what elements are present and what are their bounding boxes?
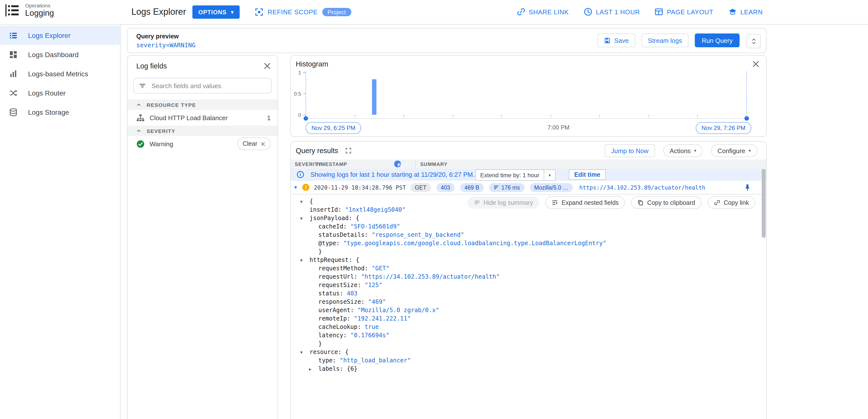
json-colon: : xyxy=(365,265,372,272)
copy-to-clipboard-button[interactable]: Copy to clipboard xyxy=(631,197,702,209)
log-fields-section-severity[interactable]: SEVERITY xyxy=(127,125,278,136)
topbar-action-page-layout[interactable]: PAGE LAYOUT xyxy=(655,7,713,16)
json-line: requestUrl: "https://34.102.253.89/actua… xyxy=(291,273,766,281)
expander-closed-icon[interactable]: ▸ xyxy=(309,365,311,373)
fullscreen-icon[interactable] xyxy=(345,147,352,154)
entry-chips: GET403469 B176 msMozilla/5.0 … xyxy=(410,183,573,192)
histogram-bar[interactable] xyxy=(372,79,376,115)
collapse-entry-icon[interactable]: ▾ xyxy=(294,184,301,190)
actions-button[interactable]: Actions ▾ xyxy=(663,144,703,157)
entry-chip-176-ms[interactable]: 176 ms xyxy=(489,183,524,192)
json-key: cacheLookup xyxy=(318,324,358,330)
log-field-item-cloud-http-load-balancer[interactable]: Cloud HTTP Load Balancer1 xyxy=(127,110,278,125)
brand[interactable]: Operations Logging xyxy=(5,2,54,18)
stream-logs-button[interactable]: Stream logs xyxy=(642,33,689,47)
expand-nested-fields-button[interactable]: Expand nested fields xyxy=(545,197,625,209)
pin-icon[interactable] xyxy=(744,183,751,191)
refine-scope-button[interactable]: REFINE SCOPE Project xyxy=(255,5,351,19)
configure-button[interactable]: Configure ▾ xyxy=(711,144,757,157)
topbar-action-label: LAST 1 HOUR xyxy=(596,8,640,16)
json-line: } xyxy=(291,340,766,348)
timeline-tick xyxy=(649,114,649,117)
range-start-label[interactable]: Nov 29, 6:25 PM xyxy=(306,122,362,134)
json-line: ▾httpRequest: { xyxy=(291,256,766,264)
brand-product-name: Operations xyxy=(25,2,54,8)
json-key: insertId xyxy=(310,206,338,213)
summary-icon xyxy=(474,200,480,206)
query-editor-expand-button[interactable] xyxy=(746,34,761,48)
json-key: labels xyxy=(318,365,340,372)
json-value: 403 xyxy=(347,290,358,297)
entry-chip-469-b[interactable]: 469 B xyxy=(460,183,484,192)
json-key: jsonPayload xyxy=(310,215,349,221)
copy-link-button[interactable]: Copy link xyxy=(707,197,755,209)
expander-open-icon[interactable]: ▾ xyxy=(300,198,303,206)
json-key: cacheId xyxy=(318,223,343,230)
run-query-button[interactable]: Run Query xyxy=(695,33,740,47)
logs-explorer-icon xyxy=(9,31,18,40)
log-fields-section-resource-type[interactable]: RESOURCE TYPE xyxy=(127,99,278,110)
refine-scope-label: REFINE SCOPE xyxy=(268,8,318,16)
topbar-action-learn[interactable]: LEARN xyxy=(728,7,763,16)
json-value: true xyxy=(365,324,379,330)
close-icon xyxy=(261,142,265,146)
edit-time-button[interactable]: Edit time xyxy=(569,169,606,180)
options-button[interactable]: OPTIONS ▾ xyxy=(192,5,240,19)
log-fields-search[interactable] xyxy=(133,78,272,94)
clear-filter-button[interactable]: Clear xyxy=(237,138,271,150)
json-colon: : xyxy=(338,206,345,213)
log-fields-sections: RESOURCE TYPECloud HTTP Load Balancer1SE… xyxy=(127,99,278,152)
extend-time-control[interactable]: Extend time by: 1 hour ▾ xyxy=(475,169,556,181)
sidebar-item-logs-explorer[interactable]: Logs Explorer xyxy=(0,26,120,45)
expand-nested-icon xyxy=(552,200,558,206)
json-colon: : xyxy=(338,349,345,356)
sidebar-item-logs-storage[interactable]: Logs Storage xyxy=(0,102,120,122)
info-banner-text: Showing logs for last 1 hour starting at… xyxy=(310,171,474,178)
y-axis-label: 0 xyxy=(291,112,301,118)
json-key: @type xyxy=(318,240,336,247)
search-fields-input[interactable] xyxy=(151,82,266,90)
timeline-tick xyxy=(403,114,404,117)
json-line: ▸labels: {6} xyxy=(291,365,766,373)
json-colon: : xyxy=(340,365,347,372)
json-line: ▾resource: { xyxy=(291,348,766,356)
topbar-action-share-link[interactable]: SHARE LINK xyxy=(517,7,569,16)
sidebar-item-logs-router[interactable]: Logs Router xyxy=(0,83,120,102)
entry-chip-403[interactable]: 403 xyxy=(436,183,455,192)
project-badge: Project xyxy=(322,8,351,16)
log-field-label: Warning xyxy=(150,140,173,147)
entry-chip-mozilla-5-0[interactable]: Mozilla/5.0 … xyxy=(530,183,573,192)
clear-filter-label: Clear xyxy=(243,140,257,147)
topbar-action-last-1-hour[interactable]: LAST 1 HOUR xyxy=(584,7,640,16)
expander-open-icon[interactable]: ▾ xyxy=(300,348,303,356)
expander-open-icon[interactable]: ▾ xyxy=(300,214,303,222)
save-button[interactable]: Save xyxy=(597,33,635,47)
results-scrollbar-thumb[interactable] xyxy=(762,169,766,238)
logs-dashboard-icon xyxy=(9,50,18,59)
sidebar-item-logs-dashboard[interactable]: Logs Dashboard xyxy=(0,45,120,64)
copy-link-icon xyxy=(714,200,720,206)
topbar-actions: SHARE LINKLAST 1 HOURPAGE LAYOUTLEARN xyxy=(517,0,763,24)
log-field-item-warning[interactable]: WarningClear xyxy=(127,136,278,152)
json-key: responseSize xyxy=(318,298,361,305)
column-timestamp: TIMESTAMP xyxy=(316,161,347,167)
json-colon: : xyxy=(354,273,361,280)
query-preview-text[interactable]: severity=WARNING xyxy=(136,41,195,49)
json-punct: { xyxy=(356,215,359,221)
jump-to-now-button[interactable]: Jump to Now xyxy=(605,144,655,157)
topbar-action-label: LEARN xyxy=(740,8,763,16)
json-value: "https://34.102.253.89/actuator/health" xyxy=(361,273,500,280)
chevron-up-icon xyxy=(136,128,141,133)
log-fields-panel: Log fields RESOURCE TYPECloud HTTP Load … xyxy=(127,55,278,419)
close-icon[interactable] xyxy=(264,62,271,69)
chevron-down-icon[interactable]: ▾ xyxy=(544,173,555,178)
json-punct: {6} xyxy=(347,365,358,372)
log-entry-row[interactable]: ▾ 2020-11-29 18:34:28.796 PST GET403469 … xyxy=(291,181,766,194)
range-end-label[interactable]: Nov 29, 7:26 PM xyxy=(695,122,751,134)
sidebar-item-logs-based-metrics[interactable]: Logs-based Metrics xyxy=(0,64,120,83)
json-line: latency: "0.176694s" xyxy=(291,331,766,340)
entry-chip-get[interactable]: GET xyxy=(410,183,431,192)
timezone-selector[interactable]: PST ▾ xyxy=(394,160,401,168)
expander-open-icon[interactable]: ▾ xyxy=(300,256,303,264)
copy-icon xyxy=(638,200,644,206)
